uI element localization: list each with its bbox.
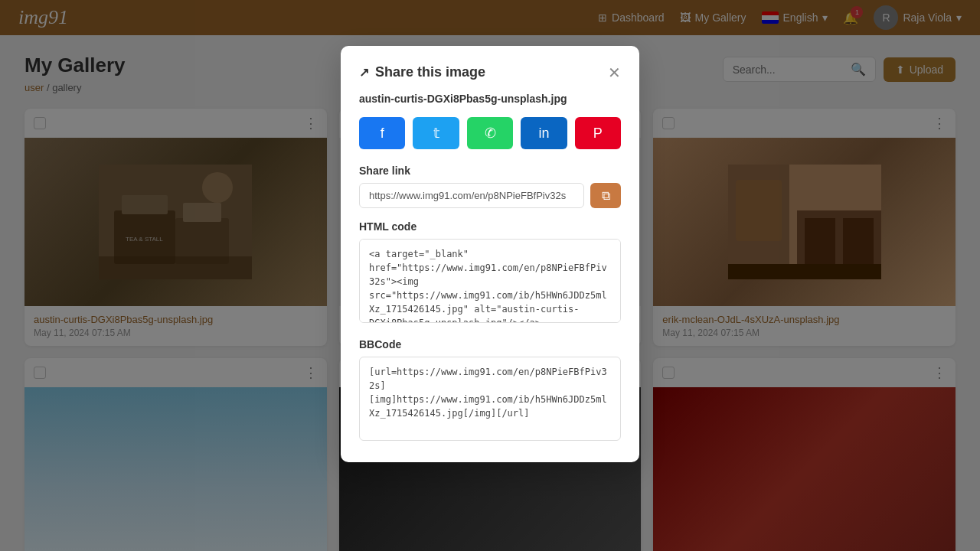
twitter-icon: 𝕥 bbox=[433, 125, 439, 142]
share-twitter-button[interactable]: 𝕥 bbox=[413, 117, 459, 149]
copy-icon: ⧉ bbox=[602, 189, 610, 203]
share-buttons: f 𝕥 ✆ in P bbox=[359, 117, 621, 149]
modal-filename: austin-curtis-DGXi8Pbas5g-unsplash.jpg bbox=[359, 93, 621, 105]
bbcode-textarea[interactable] bbox=[359, 357, 621, 441]
share-modal: ↗ Share this image ✕ austin-curtis-DGXi8… bbox=[341, 46, 639, 462]
linkedin-icon: in bbox=[538, 126, 549, 142]
copy-link-button[interactable]: ⧉ bbox=[590, 183, 621, 208]
share-whatsapp-button[interactable]: ✆ bbox=[467, 117, 513, 149]
whatsapp-icon: ✆ bbox=[485, 125, 496, 142]
share-link-label: Share link bbox=[359, 165, 621, 177]
share-icon: ↗ bbox=[359, 65, 369, 80]
share-facebook-button[interactable]: f bbox=[359, 117, 405, 149]
pinterest-icon: P bbox=[593, 126, 603, 142]
html-code-textarea[interactable] bbox=[359, 239, 621, 323]
html-code-label: HTML code bbox=[359, 220, 621, 233]
modal-header: ↗ Share this image ✕ bbox=[359, 64, 621, 80]
bbcode-label: BBCode bbox=[359, 338, 621, 350]
modal-close-button[interactable]: ✕ bbox=[608, 65, 621, 80]
share-link-wrapper: ⧉ bbox=[359, 183, 621, 208]
modal-overlay[interactable]: ↗ Share this image ✕ austin-curtis-DGXi8… bbox=[0, 0, 980, 551]
share-pinterest-button[interactable]: P bbox=[575, 117, 621, 149]
share-link-input[interactable] bbox=[359, 183, 584, 208]
facebook-icon: f bbox=[381, 126, 384, 142]
modal-title: ↗ Share this image bbox=[359, 64, 485, 80]
share-linkedin-button[interactable]: in bbox=[521, 117, 567, 149]
